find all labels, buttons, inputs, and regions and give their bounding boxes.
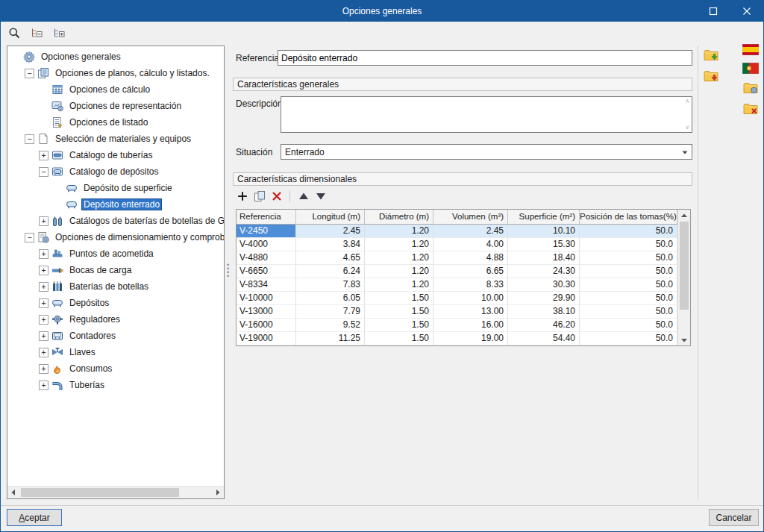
table-cell[interactable]: V-2450	[237, 225, 296, 238]
table-cell[interactable]: V-10000	[237, 292, 296, 305]
table-cell[interactable]: 46.20	[508, 319, 580, 332]
table-row-v-13000[interactable]: V-130007.791.5013.0038.1050.0	[237, 305, 677, 319]
search-button[interactable]	[7, 25, 22, 40]
scroll-right-button[interactable]	[212, 486, 224, 498]
table-cell[interactable]: 13.00	[433, 305, 508, 319]
table-cell[interactable]: 54.40	[508, 332, 580, 345]
cancel-button[interactable]: Cancelar	[709, 509, 759, 526]
export-catalog-button[interactable]	[702, 68, 720, 84]
language-spain-button[interactable]	[742, 41, 760, 57]
expand-toggle-icon[interactable]: +	[39, 298, 48, 308]
table-cell[interactable]: 50.0	[580, 225, 677, 238]
tree-item-opciones-de-representacion[interactable]: Opciones de representación	[7, 98, 224, 114]
table-row-v-19000[interactable]: V-1900011.251.5019.0054.4050.0	[237, 332, 677, 345]
catalog-delete-button[interactable]	[742, 101, 760, 117]
tree-item-deposito-enterrado[interactable]: Depósito enterrado	[7, 196, 224, 213]
table-cell[interactable]: V-13000	[237, 305, 296, 319]
expand-toggle-icon[interactable]: +	[39, 151, 48, 160]
collapse-toggle-icon[interactable]: −	[25, 69, 34, 78]
tree-item-llaves[interactable]: +Llaves	[7, 344, 224, 360]
collapse-toggle-icon[interactable]: −	[25, 134, 34, 144]
table-cell[interactable]: 3.84	[296, 238, 365, 251]
table-cell[interactable]: 2.45	[296, 225, 365, 238]
tree-item-reguladores[interactable]: +Reguladores	[7, 311, 224, 328]
table-cell[interactable]: 50.0	[580, 265, 677, 278]
table-cell[interactable]: V-19000	[237, 332, 296, 345]
table-cell[interactable]: 10.10	[508, 225, 580, 238]
tree-item-catalogos-de-baterias-de-botellas-de-glp[interactable]: +Catálogos de baterías de botellas de GL…	[7, 213, 224, 229]
table-cell[interactable]: 30.30	[508, 278, 580, 292]
expand-toggle-icon[interactable]: +	[39, 282, 48, 292]
table-row-v-2450[interactable]: V-24502.451.202.4510.1050.0	[237, 225, 677, 238]
table-cell[interactable]: V-6650	[237, 265, 296, 278]
panel-splitter[interactable]: ••••	[225, 263, 231, 283]
table-cell[interactable]: 2.45	[433, 225, 508, 238]
table-cell[interactable]: 50.0	[580, 332, 677, 345]
table-cell[interactable]: 7.79	[296, 305, 365, 319]
table-cell[interactable]: 8.33	[433, 278, 508, 292]
table-cell[interactable]: 50.0	[580, 292, 677, 305]
situacion-select[interactable]: Enterrado	[281, 144, 692, 160]
table-cell[interactable]: 1.50	[365, 319, 433, 332]
table-cell[interactable]: 15.30	[508, 238, 580, 251]
table-cell[interactable]: 16.00	[433, 319, 508, 332]
table-cell[interactable]: 50.0	[580, 278, 677, 292]
table-cell[interactable]: 7.83	[296, 278, 365, 292]
table-cell[interactable]: 4.00	[433, 238, 508, 251]
scrollbar-thumb[interactable]	[680, 222, 689, 310]
table-cell[interactable]: 9.52	[296, 319, 365, 332]
table-cell[interactable]: V-4880	[237, 251, 296, 265]
table-cell[interactable]: 11.25	[296, 332, 365, 345]
table-cell[interactable]: 1.50	[365, 292, 433, 305]
table-cell[interactable]: 10.00	[433, 292, 508, 305]
collapse-toggle-icon[interactable]: −	[25, 233, 34, 242]
table-cell[interactable]: 50.0	[580, 238, 677, 251]
import-catalog-button[interactable]	[702, 47, 720, 63]
collapse-toggle-icon[interactable]: −	[39, 167, 48, 177]
table-cell[interactable]: V-8334	[237, 278, 296, 292]
tree-item-depositos[interactable]: +Depósitos	[7, 295, 224, 311]
table-cell[interactable]: 6.05	[296, 292, 365, 305]
table-row-v-8334[interactable]: V-83347.831.208.3330.3050.0	[237, 278, 677, 292]
collapse-tree-button[interactable]	[29, 25, 44, 40]
table-cell[interactable]: 6.24	[296, 265, 365, 278]
table-cell[interactable]: 50.0	[580, 319, 677, 332]
tree-item-catalogo-de-tuberias[interactable]: +Catálogo de tuberías	[7, 147, 224, 163]
chevron-down-icon[interactable]	[678, 145, 692, 159]
tree-item-opciones-de-planos-calculo-y-listados[interactable]: −Opciones de planos, cálculo y listados.	[7, 65, 224, 81]
table-cell[interactable]: 1.20	[365, 265, 433, 278]
tree-item-contadores[interactable]: +Contadores	[7, 328, 224, 344]
expand-toggle-icon[interactable]: +	[39, 216, 48, 226]
table-cell[interactable]: 1.20	[365, 238, 433, 251]
table-cell[interactable]: 1.20	[365, 225, 433, 238]
tree-horizontal-scrollbar[interactable]	[7, 486, 224, 498]
expand-toggle-icon[interactable]: +	[39, 381, 48, 390]
language-portugal-button[interactable]	[742, 60, 760, 76]
tree-item-opciones-de-listado[interactable]: Opciones de listado	[7, 114, 224, 131]
tree-item-catalogo-de-depositos[interactable]: −Catálogo de depósitos	[7, 163, 224, 180]
expand-toggle-icon[interactable]: +	[39, 364, 48, 374]
scrollbar-thumb[interactable]	[21, 488, 179, 497]
table-row-v-4880[interactable]: V-48804.651.204.8818.4050.0	[237, 251, 677, 265]
tree-item-baterias-de-botellas[interactable]: +Baterías de botellas	[7, 278, 224, 295]
titlebar[interactable]: Opciones generales	[1, 1, 763, 22]
tree-item-opciones-de-calculo[interactable]: Opciones de cálculo	[7, 81, 224, 98]
table-cell[interactable]: 1.50	[365, 305, 433, 319]
table-cell[interactable]: 1.20	[365, 278, 433, 292]
scroll-down-button[interactable]	[678, 334, 690, 345]
expand-toggle-icon[interactable]: +	[39, 331, 48, 341]
table-cell[interactable]: 1.50	[365, 332, 433, 345]
tree-item-consumos[interactable]: +Consumos	[7, 360, 224, 377]
tree-item-opciones-generales[interactable]: Opciones generales	[7, 48, 224, 65]
table-row-v-6650[interactable]: V-66506.241.206.6524.3050.0	[237, 265, 677, 278]
table-cell[interactable]: 1.20	[365, 251, 433, 265]
table-row-v-10000[interactable]: V-100006.051.5010.0029.9050.0	[237, 292, 677, 305]
table-row-v-16000[interactable]: V-160009.521.5016.0046.2050.0	[237, 319, 677, 332]
tree-item-bocas-de-carga[interactable]: +Bocas de carga	[7, 262, 224, 278]
expand-toggle-icon[interactable]: +	[39, 266, 48, 275]
table-cell[interactable]: V-4000	[237, 238, 296, 251]
move-up-button[interactable]	[297, 190, 310, 203]
table-cell[interactable]: 19.00	[433, 332, 508, 345]
tree-item-deposito-de-superficie[interactable]: Depósito de superficie	[7, 180, 224, 196]
tree-item-opciones-de-dimensionamiento-y-comprobacion[interactable]: −Opciones de dimensionamiento y comproba…	[7, 229, 224, 245]
